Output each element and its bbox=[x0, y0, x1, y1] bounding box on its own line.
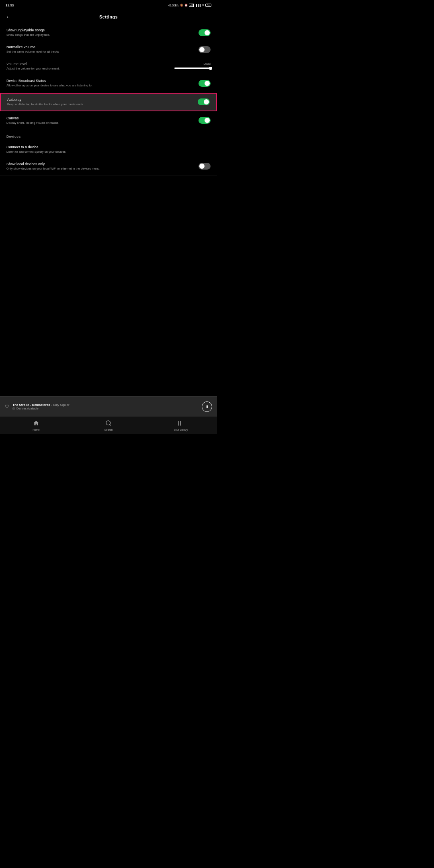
toggle-show-unplayable[interactable] bbox=[199, 29, 211, 36]
status-time: 11:53 bbox=[6, 4, 14, 7]
setting-desc-canvas: Display short, looping visuals on tracks… bbox=[6, 121, 194, 125]
setting-label-normalize: Normalize volume bbox=[6, 45, 194, 49]
toggle-knob-autoplay bbox=[204, 99, 209, 104]
wifi-icon: ⊙ bbox=[202, 4, 204, 7]
toggle-broadcast[interactable] bbox=[199, 80, 211, 87]
nav-library-label: Your Library bbox=[174, 428, 188, 431]
setting-autoplay: Autoplay Keep on listening to similar tr… bbox=[0, 93, 217, 111]
setting-label-broadcast: Device Broadcast Status bbox=[6, 79, 194, 83]
nav-library[interactable]: Your Library bbox=[145, 420, 217, 431]
mini-player-track: The Stroke - Remastered • Billy Squier bbox=[12, 403, 199, 407]
volume-level-value: Loud bbox=[203, 62, 211, 66]
setting-desc-volume: Adjust the volume for your environment. bbox=[6, 67, 170, 71]
toggle-knob-show-unplayable bbox=[205, 30, 210, 35]
settings-content: Show unplayable songs Show songs that ar… bbox=[0, 24, 217, 396]
toggle-knob-normalize bbox=[199, 47, 205, 52]
search-icon bbox=[105, 420, 112, 428]
toggle-canvas[interactable] bbox=[199, 117, 211, 124]
setting-canvas: Canvas Display short, looping visuals on… bbox=[0, 112, 217, 129]
heart-button[interactable]: ♡ bbox=[5, 404, 9, 409]
setting-label-canvas: Canvas bbox=[6, 116, 194, 120]
section-header-devices: Devices bbox=[0, 129, 217, 141]
header: ← Settings bbox=[0, 10, 217, 24]
setting-label-show-unplayable: Show unplayable songs bbox=[6, 28, 194, 32]
nav-home[interactable]: Home bbox=[0, 420, 72, 431]
volume-slider[interactable] bbox=[174, 68, 211, 69]
network-speed: 45.6KB/s bbox=[168, 4, 178, 7]
setting-connect-device[interactable]: Connect to a device Listen to and contro… bbox=[0, 141, 217, 158]
pause-button[interactable]: ⏸ bbox=[202, 401, 212, 412]
setting-desc-show-unplayable: Show songs that are unplayable. bbox=[6, 33, 194, 37]
setting-label-autoplay: Autoplay bbox=[7, 98, 193, 102]
library-icon bbox=[178, 420, 184, 428]
svg-rect-2 bbox=[178, 421, 179, 426]
setting-label-connect: Connect to a device bbox=[6, 145, 206, 149]
setting-local-devices: Show local devices only Only show device… bbox=[0, 158, 217, 175]
alarm-icon: ⏰ bbox=[184, 4, 188, 7]
status-bar: 11:53 45.6KB/s 🔕 ⏰ HD ▐▐▐ ⊙ 51 bbox=[0, 0, 217, 10]
toggle-normalize[interactable] bbox=[199, 46, 211, 53]
devices-icon: ⊡ bbox=[12, 407, 15, 410]
bottom-nav: Home Search Your Library bbox=[0, 416, 217, 434]
back-button[interactable]: ← bbox=[6, 14, 11, 20]
pause-icon: ⏸ bbox=[205, 405, 209, 409]
setting-desc-autoplay: Keep on listening to similar tracks when… bbox=[7, 102, 193, 106]
setting-desc-local: Only show devices on your local WiFi or … bbox=[6, 167, 194, 171]
volume-fill bbox=[174, 68, 211, 69]
bottom-divider bbox=[0, 176, 217, 176]
toggle-knob-canvas bbox=[205, 118, 210, 123]
home-icon bbox=[33, 420, 39, 428]
setting-show-unplayable: Show unplayable songs Show songs that ar… bbox=[0, 24, 217, 41]
svg-point-0 bbox=[106, 421, 111, 425]
setting-desc-normalize: Set the same volume level for all tracks bbox=[6, 50, 194, 54]
signal-icon: ▐▐▐ bbox=[195, 4, 201, 7]
status-right: 45.6KB/s 🔕 ⏰ HD ▐▐▐ ⊙ 51 bbox=[168, 4, 211, 7]
nav-search[interactable]: Search bbox=[72, 420, 145, 431]
setting-normalize-volume: Normalize volume Set the same volume lev… bbox=[0, 41, 217, 58]
hd-icon: HD bbox=[189, 4, 194, 7]
mini-player: ♡ The Stroke - Remastered • Billy Squier… bbox=[0, 396, 217, 416]
toggle-autoplay[interactable] bbox=[198, 98, 210, 105]
setting-desc-broadcast: Allow other apps on your device to see w… bbox=[6, 84, 194, 88]
mini-player-subtitle: ⊡ Devices Available bbox=[12, 407, 199, 410]
mute-icon: 🔕 bbox=[180, 4, 183, 7]
battery-icon: 51 bbox=[205, 4, 211, 7]
nav-home-label: Home bbox=[33, 428, 39, 431]
toggle-local-devices[interactable] bbox=[199, 163, 211, 170]
page-title: Settings bbox=[99, 14, 118, 19]
setting-device-broadcast: Device Broadcast Status Allow other apps… bbox=[0, 75, 217, 92]
svg-line-1 bbox=[110, 424, 111, 426]
nav-search-label: Search bbox=[104, 428, 113, 431]
setting-label-volume: Volume level bbox=[6, 62, 170, 66]
setting-label-local: Show local devices only bbox=[6, 162, 194, 166]
toggle-knob-broadcast bbox=[205, 81, 210, 86]
svg-rect-3 bbox=[180, 421, 181, 426]
setting-volume-level: Volume level Adjust the volume for your … bbox=[0, 58, 217, 75]
setting-desc-connect: Listen to and control Spotify on your de… bbox=[6, 150, 206, 154]
toggle-knob-local bbox=[199, 164, 205, 169]
volume-thumb bbox=[209, 67, 212, 70]
